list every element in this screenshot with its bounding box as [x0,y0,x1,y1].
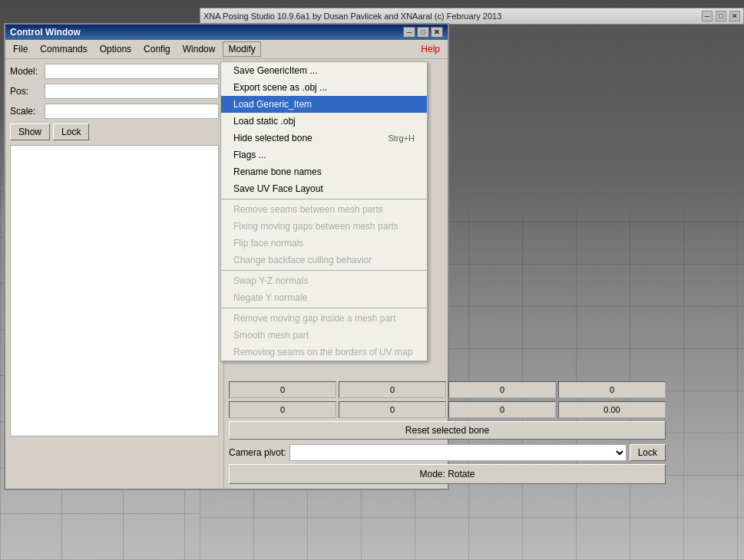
num-input-r2c1[interactable] [229,401,336,418]
menu-help[interactable]: Help [416,42,445,56]
menu-config[interactable]: Config [139,42,175,56]
num-input-r2c4[interactable] [558,401,666,418]
reset-bone-button[interactable]: Reset selected bone [229,421,666,440]
scale-label: Scale: [10,106,45,117]
left-panel: Model: Pos: Scale: Show Lock [5,59,224,489]
num-grid-row1 [229,381,666,398]
model-input[interactable] [45,64,219,79]
dd-item-14: Swap Y-Z normals [221,272,427,289]
menu-options[interactable]: Options [95,42,136,56]
num-input-r2c2[interactable] [339,401,446,418]
dd-item-3[interactable]: Load static .obj [221,113,427,130]
num-input-r1c1[interactable] [229,381,336,398]
camera-label: Camera pivot: [229,447,286,458]
camera-row: Camera pivot: Lock [229,444,666,461]
model-row: Model: [10,64,219,79]
model-label: Model: [10,66,45,77]
dd-item-label-18: Smooth mesh part [233,330,309,341]
cw-maximize-button[interactable]: □ [417,27,429,38]
dd-item-10: Fixing moving gaps between mesh parts [221,218,427,235]
num-input-r2c3[interactable] [448,401,556,418]
dd-item-shortcut-4: Strg+H [388,133,415,143]
camera-pivot-select[interactable] [289,444,627,461]
dd-separator-13 [221,270,427,271]
cw-minimize-button[interactable]: ─ [403,27,415,38]
pos-row: Pos: [10,84,219,99]
dd-separator-16 [221,308,427,308]
menu-window[interactable]: Window [178,42,220,56]
dd-item-label-5: Flags ... [233,150,266,160]
dd-item-label-14: Swap Y-Z normals [233,275,308,286]
num-grid-row2 [229,401,666,418]
mode-button[interactable]: Mode: Rotate [229,464,666,484]
camera-lock-button[interactable]: Lock [630,444,666,461]
modify-dropdown-menu: Save GenericItem ...Export scene as .obj… [220,61,428,361]
dd-item-5[interactable]: Flags ... [221,147,427,163]
xna-titlebar-controls: ─ □ ✕ [700,11,740,21]
cw-close-button[interactable]: ✕ [431,27,443,38]
dd-item-label-15: Negate Y normale [233,292,307,303]
dd-item-11: Flip face normals [221,235,427,252]
dd-separator-8 [221,199,427,199]
num-input-r1c4[interactable] [558,381,666,398]
show-lock-row: Show Lock [10,124,219,140]
scale-input[interactable] [45,104,219,119]
cw-title-text: Control Window [10,27,81,38]
dd-item-1[interactable]: Export scene as .obj ... [221,79,427,96]
dd-item-15: Negate Y normale [221,289,427,306]
dd-item-label-12: Change backface culling behavior [233,255,372,265]
dd-item-label-2: Load Generic_Item [233,99,312,110]
dd-item-label-3: Load static .obj [233,116,296,127]
dd-item-4[interactable]: Hide selected boneStrg+H [221,130,427,147]
dd-item-label-10: Fixing moving gaps between mesh parts [233,221,398,232]
dd-item-label-7: Save UV Face Layout [233,183,323,194]
dd-item-12: Change backface culling behavior [221,252,427,268]
cw-titlebar: Control Window ─ □ ✕ [5,25,448,40]
xna-close-button[interactable]: ✕ [729,11,740,21]
num-input-r1c2[interactable] [339,381,446,398]
menu-modify[interactable]: Modify [223,41,260,57]
dd-item-label-6: Rename bone names [233,166,322,177]
lock-button[interactable]: Lock [53,124,89,140]
show-button[interactable]: Show [10,124,50,140]
dd-item-19: Removing seams on the borders of UV map [221,344,427,361]
dd-item-6[interactable]: Rename bone names [221,163,427,180]
menu-commands[interactable]: Commands [35,42,91,56]
pos-label: Pos: [10,86,45,97]
cw-titlebar-controls: ─ □ ✕ [403,27,443,38]
dd-item-2[interactable]: Load Generic_Item [221,96,427,113]
menu-file[interactable]: File [8,42,32,56]
xna-maximize-button[interactable]: □ [716,11,726,21]
pos-input[interactable] [45,84,219,99]
dd-item-label-11: Flip face normals [233,238,303,249]
scale-row: Scale: [10,104,219,119]
dd-item-label-9: Remove seams between mesh parts [233,204,383,215]
dd-item-label-17: Remove moving gap inside a mesh part [233,313,395,324]
dd-item-17: Remove moving gap inside a mesh part [221,310,427,327]
bone-list[interactable] [10,145,219,436]
xna-titlebar: XNA Posing Studio 10.9.6a1 by Dusan Pavl… [200,8,744,25]
menubar: File Commands Options Config Window Modi… [5,40,448,59]
dd-item-9: Remove seams between mesh parts [221,201,427,218]
xna-minimize-button[interactable]: ─ [702,11,713,21]
xna-title-text: XNA Posing Studio 10.9.6a1 by Dusan Pavl… [203,12,501,21]
dd-item-label-4: Hide selected bone [233,133,312,143]
dd-item-label-1: Export scene as .obj ... [233,82,327,93]
num-input-r1c3[interactable] [448,381,556,398]
dd-item-18: Smooth mesh part [221,327,427,344]
dd-item-0[interactable]: Save GenericItem ... [221,62,427,79]
dd-item-label-0: Save GenericItem ... [233,65,317,76]
dd-item-7[interactable]: Save UV Face Layout [221,180,427,197]
dd-item-label-19: Removing seams on the borders of UV map [233,347,412,357]
